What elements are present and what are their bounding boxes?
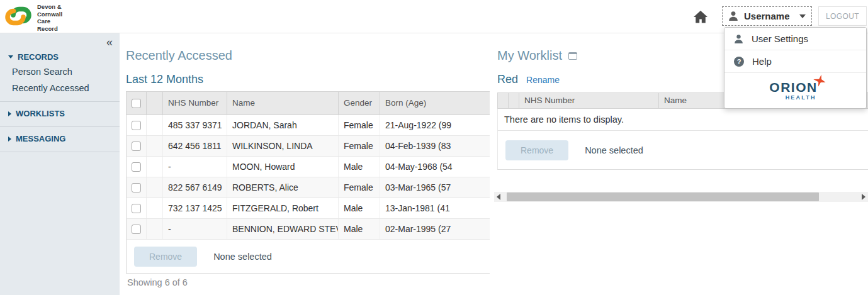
table-row[interactable]: 485 337 9371 JORDAN, Sarah Female 21-Aug… xyxy=(126,115,490,136)
orion-logo-subtext: HEALTH xyxy=(769,94,816,101)
row-checkbox-cell xyxy=(127,198,147,218)
remove-button[interactable]: Remove xyxy=(134,247,197,267)
sidebar-messaging-label: MESSAGING xyxy=(16,134,65,143)
arrow-right-icon xyxy=(862,194,865,200)
row-checkbox-cell xyxy=(127,157,147,177)
app-logo[interactable]: Devon & Cornwall Care Record xyxy=(5,2,62,33)
menu-item-user-settings[interactable]: User Settings xyxy=(724,28,866,50)
sidebar-nav: RECORDS Person Search Recently Accessed … xyxy=(0,33,120,152)
username-label: Username xyxy=(744,11,790,21)
last-12-months-subtitle: Last 12 Months xyxy=(126,73,203,86)
row-checkbox-cell xyxy=(127,219,147,239)
header-checkbox-cell xyxy=(127,92,147,114)
horizontal-scrollbar[interactable] xyxy=(494,192,868,202)
row-checkbox[interactable] xyxy=(132,162,141,172)
recently-accessed-title: Recently Accessed xyxy=(126,48,232,63)
worklist-name: Red xyxy=(497,73,518,86)
row-checkbox[interactable] xyxy=(132,225,141,234)
chevron-down-icon xyxy=(799,14,806,18)
table-row[interactable]: 822 567 6149 ROBERTS, Alice Female 03-Ma… xyxy=(126,177,490,198)
column-header-born: Born (Age) xyxy=(380,92,490,114)
scroll-right-arrow[interactable] xyxy=(859,192,868,202)
chevron-collapsed-icon xyxy=(8,136,11,142)
header-spacer-cell xyxy=(147,92,163,114)
home-icon xyxy=(693,10,708,24)
sidebar-worklists-label: WORKLISTS xyxy=(16,109,65,118)
cell-name: MOON, Howard xyxy=(227,157,339,177)
popout-window-icon[interactable] xyxy=(568,52,577,60)
sidebar-item-records[interactable]: RECORDS xyxy=(0,50,120,64)
row-checkbox-cell xyxy=(127,115,147,135)
row-checkbox-cell xyxy=(127,136,147,156)
user-settings-icon xyxy=(734,34,743,44)
cell-born: 04-May-1968 (54 xyxy=(380,157,490,177)
recently-accessed-panel: Recently Accessed Last 12 Months NHS Num… xyxy=(126,33,490,295)
logout-button[interactable]: LOGOUT xyxy=(818,6,867,26)
sidebar-records-label: RECORDS xyxy=(18,52,59,62)
menu-item-help[interactable]: ? Help xyxy=(724,50,866,73)
table-row[interactable]: 642 456 1811 WILKINSON, LINDA Female 04-… xyxy=(126,136,490,157)
orion-star-icon xyxy=(813,74,826,87)
row-spacer-cell xyxy=(147,115,163,135)
cell-nhs: - xyxy=(163,219,227,239)
cell-name: BENNION, EDWARD STEVEN xyxy=(227,219,339,239)
sidebar-item-recently-accessed[interactable]: Recently Accessed xyxy=(0,80,120,96)
cell-born: 02-Mar-1995 (27 xyxy=(380,219,490,239)
cell-name: JORDAN, Sarah xyxy=(227,115,339,135)
table-header-row: NHS Number Name Gender Born (Age) xyxy=(126,91,490,115)
sidebar-item-worklists[interactable]: WORKLISTS xyxy=(0,101,120,126)
menu-item-label: Help xyxy=(752,56,772,67)
sidebar-collapse-icon[interactable]: « xyxy=(106,36,113,49)
table-footer: Remove None selected xyxy=(126,240,490,274)
chevron-collapsed-icon xyxy=(8,111,11,116)
my-worklist-title: My Worklist xyxy=(497,48,562,63)
cell-born: 04-Feb-1939 (83 xyxy=(380,136,490,156)
rename-link[interactable]: Rename xyxy=(526,75,560,85)
menu-item-label: User Settings xyxy=(752,33,808,44)
column-header-name: Name xyxy=(659,93,731,108)
sidebar-item-person-search[interactable]: Person Search xyxy=(0,64,120,80)
table-row[interactable]: 732 137 1425 FITZGERALD, Robert Male 13-… xyxy=(126,198,490,219)
row-spacer-cell xyxy=(147,157,163,177)
cell-gender: Male xyxy=(339,219,380,239)
row-checkbox[interactable] xyxy=(132,204,141,213)
orion-logo-text: ORION xyxy=(769,81,817,94)
user-menu-button[interactable]: Username xyxy=(722,6,812,26)
row-checkbox-cell xyxy=(127,177,147,198)
table-row[interactable]: - BENNION, EDWARD STEVEN Male 02-Mar-199… xyxy=(126,219,490,240)
cell-nhs: 642 456 1811 xyxy=(163,136,227,156)
row-spacer-cell xyxy=(147,219,163,239)
cell-name: WILKINSON, LINDA xyxy=(227,136,339,156)
user-icon xyxy=(728,11,738,21)
help-icon: ? xyxy=(734,57,744,67)
cell-name: ROBERTS, Alice xyxy=(227,177,339,198)
cell-born: 21-Aug-1922 (99 xyxy=(380,115,490,135)
selection-status: None selected xyxy=(213,252,272,262)
cell-gender: Male xyxy=(339,157,380,177)
cell-nhs: 485 337 9371 xyxy=(163,115,227,135)
scrollbar-thumb[interactable] xyxy=(507,192,819,201)
row-spacer-cell xyxy=(147,198,163,218)
table-row[interactable]: - MOON, Howard Male 04-May-1968 (54 xyxy=(126,157,490,177)
row-checkbox[interactable] xyxy=(132,183,141,192)
cell-name: FITZGERALD, Robert xyxy=(227,198,339,218)
row-checkbox[interactable] xyxy=(132,121,141,130)
care-record-logo-icon xyxy=(5,2,31,30)
select-all-checkbox[interactable] xyxy=(132,99,141,108)
cell-nhs: - xyxy=(163,157,227,177)
cell-gender: Female xyxy=(339,136,380,156)
cell-gender: Female xyxy=(339,177,380,198)
cell-nhs: 732 137 1425 xyxy=(163,198,227,218)
selection-status: None selected xyxy=(585,145,643,155)
scroll-left-arrow[interactable] xyxy=(494,192,503,202)
column-header-gender: Gender xyxy=(339,92,380,114)
row-spacer-cell xyxy=(147,177,163,198)
sidebar-item-messaging[interactable]: MESSAGING xyxy=(0,126,120,152)
home-button[interactable] xyxy=(692,8,709,26)
column-header-nhs: NHS Number xyxy=(519,93,659,108)
cell-born: 13-Jan-1981 (41 xyxy=(380,198,490,218)
cell-nhs: 822 567 6149 xyxy=(163,177,227,198)
recently-accessed-table: NHS Number Name Gender Born (Age) 485 33… xyxy=(126,91,490,274)
remove-button[interactable]: Remove xyxy=(505,140,568,160)
row-checkbox[interactable] xyxy=(132,142,141,151)
